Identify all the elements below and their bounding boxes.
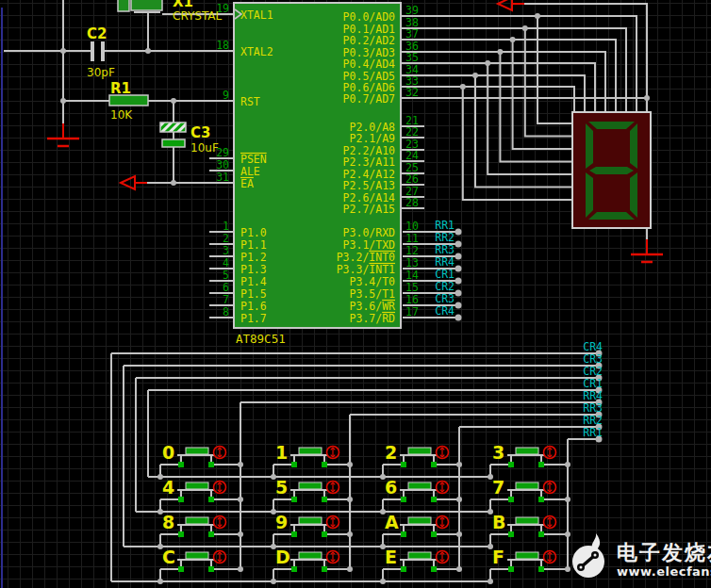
button-actuator-icon[interactable]	[214, 482, 226, 494]
svg-text:P3.4/T0: P3.4/T0	[350, 275, 396, 288]
seven-segment-display[interactable]	[572, 112, 651, 228]
button-actuator-icon[interactable]	[214, 447, 226, 459]
svg-text:3: 3	[492, 442, 504, 463]
button-actuator-icon[interactable]	[214, 551, 226, 564]
button-cap	[299, 448, 322, 454]
svg-text:5: 5	[275, 477, 288, 498]
svg-text:10: 10	[405, 220, 419, 233]
svg-text:2: 2	[385, 442, 397, 463]
svg-text:11: 11	[405, 232, 419, 245]
pin-end	[208, 462, 214, 467]
button-actuator-icon[interactable]	[327, 447, 339, 459]
pin-end	[431, 531, 437, 537]
svg-text:P3.6/WR: P3.6/WR	[350, 300, 396, 313]
svg-text:CR2: CR2	[583, 365, 603, 378]
pin-end	[291, 462, 297, 467]
pin-end	[178, 462, 184, 467]
pin-end	[208, 531, 214, 537]
button-cap	[186, 448, 208, 454]
button-actuator-icon[interactable]	[544, 551, 556, 564]
svg-text:RR4: RR4	[435, 255, 455, 269]
button-actuator-icon[interactable]	[437, 516, 449, 529]
svg-text:C2: C2	[87, 25, 107, 42]
power-terminal-arrow[interactable]	[121, 176, 147, 189]
button-actuator-icon[interactable]	[437, 447, 449, 459]
button-cap	[516, 552, 538, 559]
button-actuator-icon[interactable]	[327, 516, 339, 529]
button-actuator-icon[interactable]	[544, 447, 556, 459]
svg-text:28: 28	[405, 196, 419, 209]
svg-text:P0.7/AD7: P0.7/AD7	[343, 92, 395, 106]
elecfans-logo-icon	[567, 532, 610, 587]
svg-text:7: 7	[223, 293, 229, 306]
display-segment-f	[586, 123, 593, 169]
schematic-drawing[interactable]: XTAL1XTAL2RSTPSENALEEAP1.0P1.1P1.2P1.3P1…	[0, 0, 711, 588]
svg-text:9: 9	[275, 512, 288, 532]
svg-text:P2.7/A15: P2.7/A15	[343, 203, 395, 216]
svg-text:CR1: CR1	[435, 268, 455, 281]
svg-text:15: 15	[405, 281, 419, 294]
svg-text:P0.2/AD2: P0.2/AD2	[343, 34, 395, 47]
pin-end	[178, 497, 184, 502]
capacitor-c2[interactable]	[91, 41, 105, 61]
display-segment-e	[586, 172, 593, 218]
pin-end	[431, 497, 437, 502]
svg-text:CR2: CR2	[435, 280, 455, 293]
svg-text:37: 37	[405, 27, 419, 41]
mcu-at89c51[interactable]: XTAL1XTAL2RSTPSENALEEAP1.0P1.1P1.2P1.3P1…	[234, 3, 401, 328]
svg-text:16: 16	[405, 293, 419, 306]
svg-text:26: 26	[405, 172, 419, 186]
button-cap	[408, 448, 431, 454]
svg-text:P1.0: P1.0	[240, 226, 267, 239]
svg-text:8: 8	[162, 512, 174, 532]
pin-end	[291, 531, 297, 537]
button-cap	[186, 482, 208, 489]
svg-text:P0.0/AD0: P0.0/AD0	[343, 10, 395, 24]
svg-text:RR2: RR2	[435, 231, 455, 244]
svg-text:P3.2/INT0: P3.2/INT0	[337, 251, 395, 264]
ground-terminal[interactable]	[47, 123, 79, 146]
svg-text:9: 9	[223, 89, 229, 102]
button-actuator-icon[interactable]	[327, 551, 339, 564]
svg-text:12: 12	[405, 244, 419, 257]
button-actuator-icon[interactable]	[437, 551, 449, 564]
button-cap	[186, 517, 208, 524]
pin-end	[431, 462, 437, 467]
pin-end	[538, 462, 544, 467]
crystal-x1[interactable]	[118, 0, 162, 11]
svg-text:CR1: CR1	[583, 377, 603, 390]
pin-end	[208, 497, 214, 502]
svg-text:1: 1	[223, 220, 229, 233]
button-actuator-icon[interactable]	[214, 516, 226, 529]
power-terminal-arrow[interactable]	[498, 0, 524, 10]
pin-end	[431, 566, 437, 572]
svg-text:P3.0/RXD: P3.0/RXD	[343, 226, 395, 239]
svg-text:P1.4: P1.4	[240, 275, 267, 288]
svg-text:24: 24	[405, 149, 419, 162]
pin-end	[322, 531, 327, 537]
svg-text:P1.7: P1.7	[240, 312, 267, 325]
schematic-canvas[interactable]: XTAL1XTAL2RSTPSENALEEAP1.0P1.1P1.2P1.3P1…	[0, 0, 711, 588]
button-actuator-icon[interactable]	[544, 516, 556, 529]
svg-text:C3: C3	[190, 124, 210, 141]
svg-text:R1: R1	[110, 80, 131, 97]
button-actuator-icon[interactable]	[437, 482, 449, 494]
pin-end	[291, 566, 297, 572]
svg-text:P3.3/INT1: P3.3/INT1	[337, 263, 395, 276]
button-actuator-icon[interactable]	[327, 482, 339, 494]
svg-text:32: 32	[405, 86, 419, 99]
svg-text:5: 5	[223, 269, 229, 282]
pin-end	[291, 497, 297, 502]
button-cap	[186, 552, 208, 559]
ground-terminal[interactable]	[631, 239, 663, 262]
button-cap	[516, 482, 538, 489]
button-cap	[299, 482, 322, 489]
svg-text:4: 4	[162, 477, 174, 498]
button-actuator-icon[interactable]	[544, 482, 556, 494]
svg-text:30pF: 30pF	[87, 66, 115, 79]
svg-text:10K: 10K	[110, 108, 133, 122]
svg-text:6: 6	[385, 477, 397, 498]
svg-text:XTAL2: XTAL2	[240, 45, 273, 58]
svg-text:CRYSTAL: CRYSTAL	[173, 9, 223, 23]
svg-text:RR1: RR1	[583, 426, 603, 439]
